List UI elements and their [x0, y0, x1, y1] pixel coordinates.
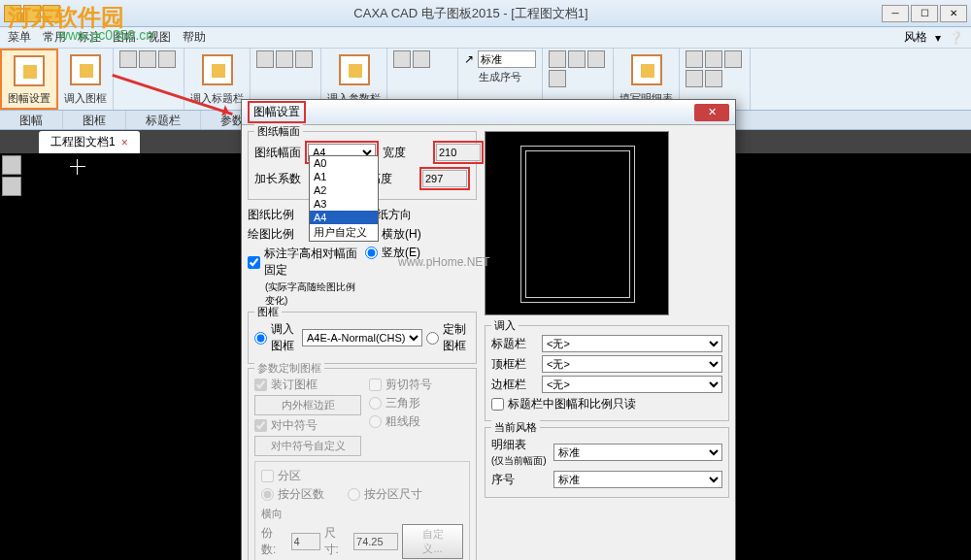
close-button[interactable]: ✕ — [940, 5, 967, 22]
qat-icon[interactable] — [4, 5, 21, 22]
tool-icon[interactable] — [549, 50, 566, 68]
tool-icon[interactable] — [119, 50, 137, 68]
titleblock-select[interactable]: <无> — [542, 335, 722, 352]
size-label: 尺寸: — [324, 525, 351, 558]
dropdown-option-selected[interactable]: A4 — [310, 211, 378, 224]
detail-label: 明细表 — [491, 438, 526, 451]
tool-icon[interactable] — [158, 50, 176, 68]
close-icon[interactable]: × — [121, 136, 128, 149]
tool-icon[interactable] — [686, 70, 703, 87]
copies-label: 份数: — [261, 525, 287, 558]
ribbon-group-frame[interactable]: 调入图框 — [58, 49, 114, 110]
topframe-select[interactable]: <无> — [542, 355, 722, 373]
sideframe-label: 边框栏 — [491, 377, 538, 393]
detail-select[interactable]: 标准 — [553, 444, 722, 461]
bind-mark-label: 装订图框 — [271, 377, 318, 393]
center-custom-button: 对中符号自定义 — [254, 436, 361, 456]
ribbon-tab[interactable]: 图幅 — [0, 111, 63, 129]
tool-icon[interactable] — [295, 50, 313, 68]
tool-icon[interactable] — [705, 50, 722, 68]
ribbon-group-page-setup[interactable]: 图幅设置 — [0, 49, 58, 110]
frame-section: 图框 调入图框 A4E-A-Normal(CHS) 定制图框 — [248, 312, 477, 364]
tool-icon[interactable] — [686, 50, 703, 68]
horizontal-label: 横向 — [261, 507, 463, 521]
qat-icon[interactable] — [43, 5, 60, 22]
dropdown-option[interactable]: A1 — [310, 170, 378, 183]
tool-icon[interactable] — [549, 70, 566, 87]
custom-frame-radio[interactable] — [426, 332, 439, 345]
ribbon-tab[interactable]: 标题栏 — [126, 111, 201, 129]
cutmark-checkbox — [369, 379, 382, 391]
h-size-input — [353, 533, 398, 550]
qat-icon[interactable] — [23, 5, 41, 22]
section-title: 图框 — [254, 305, 282, 319]
draw-scale-label: 绘图比例 — [248, 226, 294, 243]
dropdown-option[interactable]: A3 — [310, 197, 378, 211]
menu-item[interactable]: 帮助 — [183, 29, 206, 46]
zone-checkbox — [261, 470, 274, 482]
orient-v-radio[interactable] — [365, 247, 378, 259]
sideframe-select[interactable]: <无> — [542, 376, 722, 393]
center-mark-label: 对中符号 — [271, 417, 318, 434]
custom-frame-label: 定制图框 — [443, 321, 470, 354]
style-section: 当前风格 明细表(仅当前幅面)标准 序号标准 — [485, 427, 729, 498]
menu-item[interactable]: 视图 — [148, 29, 171, 46]
titleblock-icon — [202, 54, 233, 85]
dialog-title: 图幅设置 — [248, 101, 306, 123]
inner-outer-button: 内外框边距 — [254, 395, 361, 415]
load-frame-radio[interactable] — [254, 332, 267, 345]
dropdown-option[interactable]: A2 — [310, 183, 378, 197]
tool-icon[interactable] — [256, 50, 274, 68]
document-tab[interactable]: 工程图文档1 × — [39, 131, 140, 153]
by-size-radio — [348, 488, 360, 501]
tool-icon[interactable] — [413, 50, 430, 68]
triangle-radio — [369, 397, 382, 410]
section-title: 参数定制图框 — [254, 361, 324, 376]
tool-icon[interactable] — [705, 70, 722, 87]
tool-icon[interactable] — [139, 50, 156, 68]
dialog-close-button[interactable]: ✕ — [694, 104, 729, 121]
load-frame-label: 调入图框 — [271, 321, 298, 354]
serial-select[interactable]: 标准 — [553, 471, 722, 488]
tool-icon[interactable] — [276, 50, 293, 68]
style-dropdown-icon[interactable]: ▾ — [935, 31, 941, 45]
menu-item[interactable]: 菜单 — [8, 29, 31, 46]
tool-icon[interactable] — [724, 50, 742, 68]
tool-icon[interactable] — [587, 50, 605, 68]
tool-icon[interactable] — [393, 50, 411, 68]
cutmark-label: 剪切符号 — [385, 377, 432, 393]
params-icon — [339, 54, 370, 85]
help-icon[interactable]: ❔ — [949, 31, 963, 45]
coarse-radio — [369, 415, 382, 428]
menu-item[interactable]: 常用 — [43, 29, 66, 46]
height-input[interactable] — [422, 170, 467, 187]
menu-item[interactable]: 标注 — [78, 29, 101, 46]
canvas-tool[interactable] — [2, 155, 21, 175]
readonly-checkbox[interactable] — [491, 398, 504, 411]
section-title: 图纸幅面 — [254, 124, 303, 139]
dialog-titlebar[interactable]: 图幅设置 ✕ — [242, 100, 735, 125]
frame-select[interactable]: A4E-A-Normal(CHS) — [302, 329, 422, 346]
minimize-button[interactable]: ─ — [882, 5, 909, 22]
orient-v-label: 竖放(E) — [382, 245, 420, 261]
fix-text-checkbox[interactable] — [248, 256, 260, 269]
h-copies-input — [291, 533, 320, 550]
titlebar: CAXA CAD 电子图板2015 - [工程图文档1] ─ ☐ ✕ — [0, 0, 971, 27]
paper-size-label: 图纸幅面 — [254, 145, 301, 161]
coarse-label: 粗线段 — [385, 413, 420, 430]
dropdown-option[interactable]: A0 — [310, 156, 378, 170]
dropdown-option[interactable]: 用户自定义 — [310, 224, 378, 241]
ribbon-tab[interactable]: 图框 — [63, 111, 126, 129]
by-size-label: 按分区尺寸 — [364, 486, 422, 503]
tool-icon[interactable] — [568, 50, 586, 68]
bind-mark-checkbox — [254, 379, 267, 391]
canvas-tool[interactable] — [2, 177, 21, 196]
menu-item[interactable]: 图幅 — [113, 29, 136, 46]
maximize-button[interactable]: ☐ — [911, 5, 938, 22]
menubar: 菜单 常用 标注 图幅 视图 帮助 风格 ▾ ❔ — [0, 27, 971, 49]
serial-style-select[interactable] — [478, 50, 536, 68]
window-title: CAXA CAD 电子图板2015 - [工程图文档1] — [60, 5, 882, 22]
serial-icon: ↗ — [464, 52, 474, 66]
width-input[interactable] — [436, 144, 481, 161]
zone-label: 分区 — [278, 468, 301, 484]
